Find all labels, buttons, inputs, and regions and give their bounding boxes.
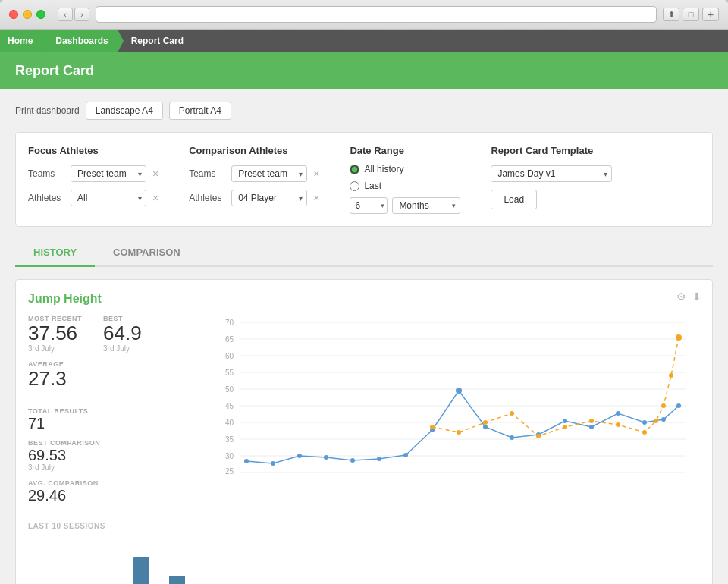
- date-range-title: Date Range: [350, 145, 460, 156]
- template-title: Report Card Template: [491, 145, 612, 156]
- url-bar[interactable]: [96, 6, 657, 23]
- new-tab-button[interactable]: +: [702, 8, 719, 21]
- focus-teams-label: Teams: [28, 168, 66, 179]
- most-recent-value: 37.56: [28, 322, 82, 344]
- most-recent-date: 3rd July: [28, 344, 82, 353]
- focus-athletes-select-wrapper: All: [71, 190, 146, 206]
- settings-icon[interactable]: ⚙: [676, 290, 686, 303]
- orange-dot-peak: [676, 334, 682, 341]
- best-value: 64.9: [103, 322, 142, 344]
- comparison-athletes-group: Comparison Athletes Teams Preset team × …: [189, 145, 319, 206]
- forward-button[interactable]: ›: [74, 8, 89, 21]
- nav-home[interactable]: Home: [0, 30, 42, 52]
- last-sessions-label: LAST 10 SESSIONS: [28, 522, 202, 530]
- svg-text:35: 35: [225, 435, 234, 444]
- orange-dot-2: [457, 430, 461, 435]
- blue-dot-1: [244, 459, 249, 463]
- svg-text:25: 25: [225, 467, 234, 476]
- line-chart: 70 65 60 55 50 45 40 35 30 25: [202, 315, 700, 482]
- chart-card: ⚙ ⬇ Jump Height MOST RECENT 37.56 3rd Ju…: [15, 279, 713, 584]
- focus-athletes-group: Focus Athletes Teams Preset team × Athle…: [28, 145, 158, 206]
- focus-teams-clear[interactable]: ×: [152, 168, 158, 180]
- close-dot[interactable]: [9, 10, 18, 19]
- minimize-dot[interactable]: [23, 10, 32, 19]
- focus-teams-select[interactable]: Preset team: [71, 165, 146, 182]
- last-radio[interactable]: [350, 181, 359, 191]
- comparison-athletes-title: Comparison Athletes: [189, 145, 319, 156]
- orange-dot-4: [510, 411, 514, 416]
- focus-athletes-label: Athletes: [28, 193, 66, 203]
- orange-dot-11: [661, 403, 666, 408]
- template-select-wrapper: James Day v1: [491, 165, 612, 182]
- all-history-radio[interactable]: [350, 165, 359, 174]
- load-button[interactable]: Load: [491, 190, 537, 209]
- blue-dot-7: [403, 453, 408, 457]
- portrait-a4-button[interactable]: Portrait A4: [169, 102, 231, 120]
- filter-panel: Focus Athletes Teams Preset team × Athle…: [15, 132, 713, 227]
- bar-9: [169, 576, 185, 584]
- page-title: Report Card: [15, 63, 713, 79]
- svg-text:70: 70: [225, 319, 234, 327]
- comparison-athletes-label: Athletes: [189, 193, 227, 203]
- comparison-teams-select-wrapper: Preset team: [231, 165, 307, 182]
- bookmark-button[interactable]: □: [682, 8, 699, 21]
- period-select[interactable]: Months Weeks Days: [392, 197, 460, 214]
- back-button[interactable]: ‹: [58, 8, 73, 21]
- print-label: Print dashboard: [15, 105, 80, 116]
- focus-athletes-select[interactable]: All: [71, 190, 146, 206]
- svg-text:55: 55: [225, 369, 234, 377]
- svg-text:45: 45: [225, 402, 234, 410]
- orange-dot-8: [616, 422, 620, 427]
- focus-teams-select-wrapper: Preset team: [71, 165, 146, 182]
- orange-dot-12: [669, 373, 673, 378]
- blue-dot-14: [616, 411, 620, 416]
- nav-dashboards[interactable]: Dashboards: [42, 30, 117, 52]
- total-results-label: TOTAL RESULTS: [28, 407, 88, 415]
- blue-dot-2: [271, 461, 275, 466]
- maximize-dot[interactable]: [36, 10, 46, 19]
- period-select-wrapper: Months Weeks Days: [392, 197, 460, 214]
- tab-comparison[interactable]: COMPARISON: [95, 239, 199, 267]
- comparison-teams-label: Teams: [189, 168, 227, 179]
- blue-line: [246, 391, 679, 463]
- orange-dot-5: [536, 434, 541, 438]
- best-comparison-label: BEST COMPARISON: [28, 439, 100, 447]
- last-label[interactable]: Last: [364, 181, 381, 191]
- blue-dot-4: [324, 455, 328, 460]
- comparison-teams-select[interactable]: Preset team: [231, 165, 307, 182]
- blue-dot-peak: [456, 388, 462, 394]
- tab-history[interactable]: HISTORY: [15, 239, 95, 267]
- landscape-a4-button[interactable]: Landscape A4: [86, 102, 163, 120]
- orange-dot-10: [654, 419, 658, 423]
- best-comparison-value: 69.53: [28, 447, 100, 463]
- svg-text:65: 65: [225, 335, 234, 344]
- comparison-athletes-select[interactable]: 04 Player: [231, 190, 307, 206]
- focus-athletes-clear[interactable]: ×: [152, 192, 158, 204]
- blue-dot-17: [676, 403, 681, 408]
- comparison-teams-clear[interactable]: ×: [313, 168, 319, 180]
- bar-chart: [28, 536, 202, 584]
- orange-dot-3: [483, 420, 488, 425]
- orange-dot-9: [642, 430, 647, 435]
- svg-text:40: 40: [225, 419, 234, 427]
- all-history-label[interactable]: All history: [364, 164, 403, 174]
- chart-title: Jump Height: [28, 292, 700, 306]
- template-group: Report Card Template James Day v1 Load: [491, 145, 612, 209]
- comparison-athletes-clear[interactable]: ×: [313, 192, 319, 204]
- download-icon[interactable]: ⬇: [692, 290, 701, 303]
- blue-dot-12: [563, 419, 567, 423]
- svg-text:30: 30: [225, 452, 234, 460]
- page-header: Report Card: [0, 52, 728, 89]
- svg-text:60: 60: [225, 352, 234, 360]
- best-date: 3rd July: [103, 344, 142, 353]
- blue-dot-13: [589, 425, 594, 429]
- date-range-group: Date Range All history Last 6 3: [350, 145, 460, 214]
- number-select[interactable]: 6 3 12: [350, 197, 388, 214]
- orange-dot-7: [589, 419, 594, 423]
- share-button[interactable]: ⬆: [663, 8, 679, 21]
- template-select[interactable]: James Day v1: [491, 165, 612, 182]
- blue-dot-15: [642, 420, 647, 425]
- tabs-row: HISTORY COMPARISON: [15, 239, 713, 267]
- nav-report-card[interactable]: Report Card: [118, 30, 193, 52]
- average-value: 27.3: [28, 368, 67, 390]
